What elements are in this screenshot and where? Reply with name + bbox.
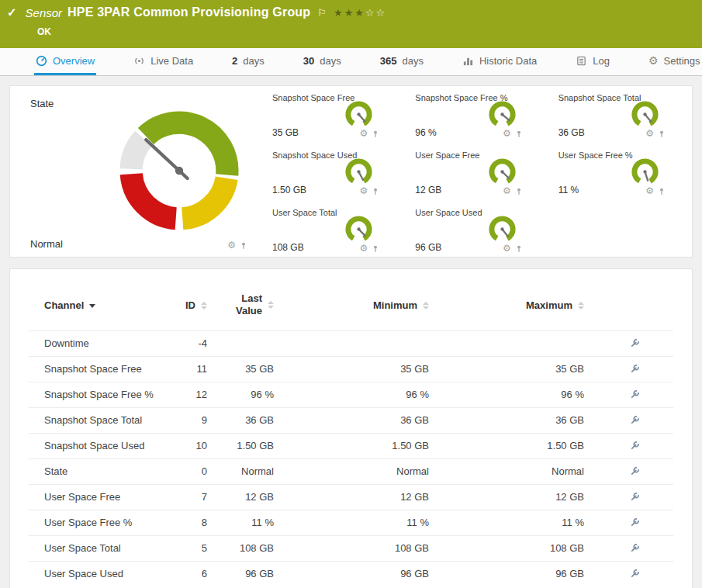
mini-gauge-cell: Snapshot Space Free % 96 % ⚙ — [403, 86, 545, 144]
tab-30-days[interactable]: 30 days — [302, 48, 343, 75]
content: State Normal ⚙ — [0, 76, 702, 588]
pin-icon[interactable] — [515, 130, 523, 138]
channel-row[interactable]: Snapshot Space Total 9 36 GB 36 GB 36 GB — [29, 407, 673, 433]
column-header-last-value[interactable]: Last Value — [207, 274, 274, 330]
cell-channel[interactable]: User Space Free — [29, 484, 168, 510]
column-header-maximum[interactable]: Maximum — [429, 274, 584, 330]
channel-settings-button[interactable] — [628, 541, 642, 555]
cell-last-value: 1.50 GB — [207, 433, 274, 458]
channel-row[interactable]: State 0 Normal Normal Normal — [29, 458, 673, 484]
channel-settings-button[interactable] — [628, 387, 642, 401]
tab-number: 2 — [232, 55, 237, 67]
star-icon[interactable]: ★ — [334, 7, 344, 19]
channel-row[interactable]: User Space Free % 8 11 % 11 % 11 % — [29, 510, 673, 535]
channel-settings-button[interactable] — [628, 413, 642, 427]
tab-label: Log — [593, 55, 610, 67]
mini-gauge-title: User Space Total — [272, 208, 337, 217]
channel-row[interactable]: Downtime -4 — [29, 330, 673, 356]
tab-number: 30 — [303, 55, 314, 67]
channel-settings-button[interactable] — [628, 464, 642, 478]
tab-settings[interactable]: ⚙ Settings — [647, 48, 702, 75]
star-icon[interactable]: ☆ — [365, 7, 376, 19]
column-header-id[interactable]: ID — [168, 274, 207, 330]
gear-icon[interactable]: ⚙ — [360, 244, 368, 253]
gear-icon[interactable]: ⚙ — [645, 186, 654, 195]
pin-icon[interactable] — [372, 244, 379, 253]
mini-gauge-footer: 96 % ⚙ — [415, 127, 522, 138]
gear-icon[interactable]: ⚙ — [645, 129, 654, 138]
channel-row[interactable]: Snapshot Space Used 10 1.50 GB 1.50 GB 1… — [29, 433, 673, 458]
star-icon[interactable]: ☆ — [376, 7, 387, 19]
cell-last-value: 12 GB — [207, 484, 274, 510]
column-header-channel[interactable]: Channel — [29, 274, 168, 330]
channel-table: Channel ID Last Value Minimum Maximum — [29, 274, 673, 586]
gear-icon[interactable]: ⚙ — [503, 186, 511, 195]
sensor-header-row: ✓ Sensor HPE 3PAR Common Provisioning Gr… — [7, 5, 694, 19]
channel-row[interactable]: Snapshot Space Free 11 35 GB 35 GB 35 GB — [29, 356, 673, 382]
channel-settings-button[interactable] — [628, 515, 642, 529]
pin-icon[interactable] — [515, 244, 523, 253]
gear-icon[interactable]: ⚙ — [503, 129, 511, 138]
column-header-minimum[interactable]: Minimum — [274, 274, 429, 330]
gear-icon[interactable]: ⚙ — [503, 244, 511, 253]
pin-icon[interactable] — [658, 187, 666, 195]
broadcast-icon — [133, 55, 145, 67]
tab-live-data[interactable]: Live Data — [132, 48, 195, 75]
channel-row[interactable]: Snapshot Space Free % 12 96 % 96 % 96 % — [29, 382, 673, 407]
star-icon[interactable]: ★ — [354, 7, 365, 19]
cell-maximum: 35 GB — [429, 356, 584, 382]
channel-row[interactable]: User Space Total 5 108 GB 108 GB 108 GB — [29, 535, 673, 561]
gear-icon: ⚙ — [648, 55, 659, 66]
rating-stars[interactable]: ★★★☆☆ — [334, 7, 386, 19]
tab-log[interactable]: Log — [574, 48, 611, 75]
tab-label: Overview — [53, 55, 95, 67]
channel-row[interactable]: User Space Free 7 12 GB 12 GB 12 GB — [29, 484, 673, 510]
channel-settings-button[interactable] — [628, 438, 642, 452]
mini-gauge-title: Snapshot Space Total — [558, 93, 641, 102]
tab-label: days — [402, 55, 423, 67]
channel-row[interactable]: User Space Used 6 96 GB 96 GB 96 GB — [29, 561, 673, 586]
mini-gauge — [344, 157, 374, 187]
tab-overview[interactable]: Overview — [34, 48, 96, 75]
cell-channel[interactable]: Snapshot Space Total — [29, 407, 168, 433]
state-gauge-cell: State Normal ⚙ — [10, 86, 260, 257]
channel-table-body: Downtime -4 Snapshot Space Free 11 35 GB… — [29, 330, 673, 586]
mini-gauge-cell: Snapshot Space Used 1.50 GB ⚙ — [260, 144, 403, 201]
cell-minimum: 1.50 GB — [274, 433, 429, 458]
cell-channel[interactable]: User Space Total — [29, 535, 168, 561]
pin-icon[interactable] — [515, 187, 523, 195]
sort-icon — [423, 302, 429, 310]
channel-settings-button[interactable] — [628, 489, 642, 503]
pin-icon[interactable] — [372, 187, 379, 195]
pin-icon[interactable] — [240, 241, 247, 250]
mini-gauge-cell: User Space Total 108 GB ⚙ — [260, 201, 403, 258]
channel-settings-button[interactable] — [628, 566, 642, 580]
tab-2-days[interactable]: 2 days — [230, 48, 266, 75]
tab-365-days[interactable]: 365 days — [379, 48, 425, 75]
cell-channel[interactable]: State — [29, 458, 168, 484]
priority-flag-icon[interactable]: ⚐ — [317, 7, 327, 19]
cell-channel[interactable]: Downtime — [29, 330, 168, 356]
cell-channel[interactable]: Snapshot Space Free — [29, 356, 168, 382]
gear-icon[interactable]: ⚙ — [360, 186, 368, 195]
mini-gauge — [344, 214, 374, 244]
cell-channel[interactable]: Snapshot Space Free % — [29, 382, 168, 407]
gear-icon[interactable]: ⚙ — [360, 129, 368, 138]
gear-icon[interactable]: ⚙ — [227, 240, 236, 250]
mini-gauge — [487, 157, 517, 187]
cell-channel[interactable]: User Space Free % — [29, 510, 168, 535]
cell-maximum: 36 GB — [429, 407, 584, 433]
mini-gauge-footer: 11 % ⚙ — [558, 185, 666, 195]
cell-last-value: Normal — [207, 458, 274, 484]
pin-icon[interactable] — [658, 130, 666, 138]
channel-settings-button[interactable] — [628, 336, 642, 350]
tab-historic-data[interactable]: Historic Data — [461, 48, 538, 75]
cell-channel[interactable]: User Space Used — [29, 561, 168, 586]
star-icon[interactable]: ★ — [344, 7, 355, 19]
cell-channel[interactable]: Snapshot Space Used — [29, 433, 168, 458]
pin-icon[interactable] — [372, 130, 379, 138]
channel-settings-button[interactable] — [628, 361, 642, 375]
cell-id: 8 — [168, 510, 207, 535]
mini-gauge-footer: 108 GB ⚙ — [272, 242, 379, 253]
cell-id: 5 — [168, 535, 207, 561]
